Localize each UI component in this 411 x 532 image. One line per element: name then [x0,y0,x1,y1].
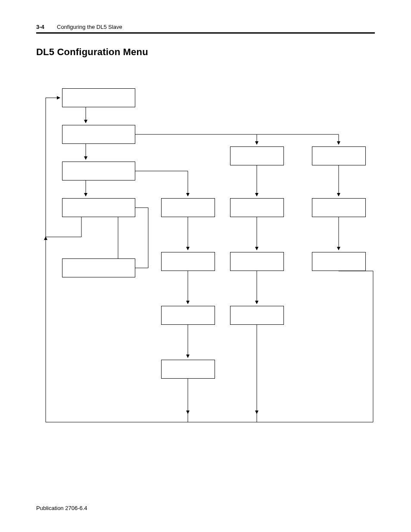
flowchart-box [312,198,366,217]
flowchart-box [161,306,215,325]
flowchart-box [312,252,366,271]
flowchart-box [312,146,366,165]
flowchart-box [161,198,215,217]
flowchart-box [230,252,284,271]
flowchart-box [161,360,215,379]
page-number: 3-4 [36,24,44,30]
flowchart-box [230,146,284,165]
header-rule [36,32,375,34]
flowchart-box [62,125,135,144]
flowchart-box [161,252,215,271]
flowchart-box [62,258,135,277]
flowchart-box [230,306,284,325]
flowchart-box [62,162,135,180]
flowchart-box [62,198,135,217]
flowchart-box [230,198,284,217]
chapter-title: Configuring the DL5 Slave [57,24,122,30]
flowchart-diagram [36,82,381,439]
publication-footer: Publication 2706-6.4 [36,505,87,511]
flowchart-box [62,88,135,107]
section-title: DL5 Configuration Menu [36,47,148,58]
